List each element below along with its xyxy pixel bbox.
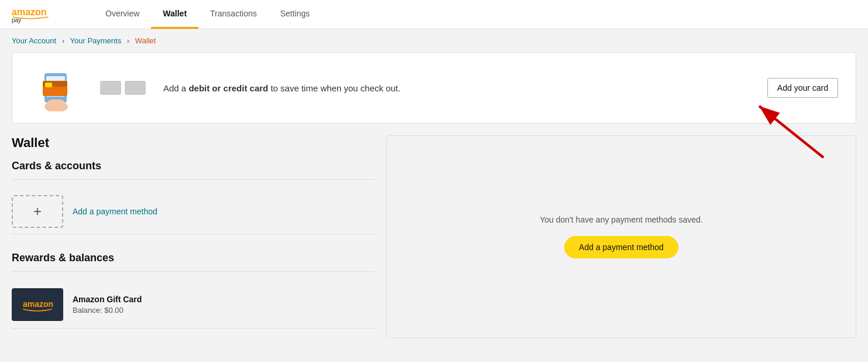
gift-card-icon: amazon (12, 288, 63, 321)
wallet-title: Wallet (12, 135, 375, 151)
add-your-card-button[interactable]: Add your card (767, 78, 838, 98)
add-payment-method-button[interactable]: Add a payment method (564, 236, 678, 258)
plus-icon: + (33, 204, 42, 218)
gift-card-row: amazon Amazon Gift Card Balance: $0.00 (12, 281, 375, 328)
card-placeholder-2 (125, 81, 146, 95)
add-payment-method-link[interactable]: Add a payment method (73, 207, 157, 216)
promo-illustration (30, 64, 83, 111)
right-panel: You don't have any payment methods saved… (386, 135, 856, 338)
nav-tab-transactions[interactable]: Transactions (198, 0, 269, 29)
amazon-pay-logo: amazon pay (12, 5, 70, 25)
breadcrumb: Your Account › Your Payments › Wallet (0, 29, 868, 52)
gift-card-title: Amazon Gift Card (73, 295, 142, 304)
add-payment-card-box[interactable]: + (12, 195, 63, 228)
rewards-balances-section: Rewards & balances amazon Amazon Gift Ca… (12, 252, 375, 329)
svg-rect-6 (45, 83, 52, 87)
promo-cards-graphic (100, 81, 146, 95)
rewards-divider (12, 271, 375, 272)
promo-banner: Add a debit or credit card to save time … (12, 52, 856, 124)
cards-accounts-title: Cards & accounts (12, 160, 375, 172)
card-placeholder-1 (100, 81, 121, 95)
nav-tab-overview[interactable]: Overview (94, 0, 151, 29)
svg-text:amazon: amazon (23, 299, 53, 309)
cards-accounts-section: Cards & accounts + Add a payment method (12, 160, 375, 234)
breadcrumb-sep-2: › (127, 36, 129, 45)
main-nav: Overview Wallet Transactions Settings (94, 0, 321, 29)
header: amazon pay Overview Wallet Transactions … (0, 0, 868, 29)
breadcrumb-your-account[interactable]: Your Account (12, 36, 56, 45)
breadcrumb-sep-1: › (62, 36, 64, 45)
nav-tab-settings[interactable]: Settings (269, 0, 322, 29)
breadcrumb-current: Wallet (135, 36, 156, 45)
svg-rect-8 (47, 100, 65, 109)
main-content: Wallet Cards & accounts + Add a payment … (0, 135, 868, 338)
nav-tab-wallet[interactable]: Wallet (151, 0, 198, 29)
breadcrumb-your-payments[interactable]: Your Payments (70, 36, 122, 45)
promo-text: Add a debit or credit card to save time … (163, 83, 750, 93)
rewards-divider-bottom (12, 328, 375, 329)
cards-divider-bottom (12, 234, 375, 234)
gift-card-balance: Balance: $0.00 (73, 306, 142, 315)
svg-text:amazon: amazon (12, 7, 47, 17)
no-methods-text: You don't have any payment methods saved… (540, 215, 702, 224)
gift-card-info: Amazon Gift Card Balance: $0.00 (73, 295, 142, 315)
rewards-balances-title: Rewards & balances (12, 252, 375, 264)
cards-divider (12, 179, 375, 180)
add-payment-row: + Add a payment method (12, 189, 375, 234)
left-panel: Wallet Cards & accounts + Add a payment … (12, 135, 375, 338)
logo-area: amazon pay (12, 5, 70, 25)
